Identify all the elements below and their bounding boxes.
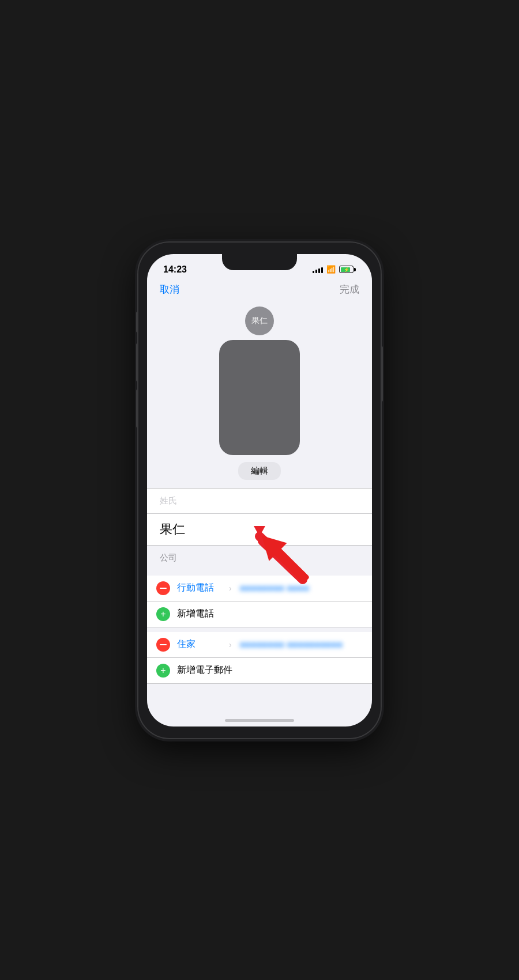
home-indicator [225,719,294,722]
status-time: 14:23 [163,264,187,275]
status-icons: 📶 ⚡ [313,265,356,274]
add-email-label: 新增電子郵件 [177,664,232,676]
contact-photo-placeholder [219,340,300,455]
power-button [381,346,383,402]
avatar-text: 果仁 [251,316,268,326]
mute-button [136,312,138,332]
company-field[interactable]: 公司 [147,546,372,571]
chevron-right-icon-2: › [229,640,232,649]
last-name-label: 姓氏 [160,495,177,506]
cancel-button[interactable]: 取消 [160,283,179,296]
home-label: 住家 [177,638,229,650]
signal-bars-icon [313,266,323,273]
first-name-field[interactable]: 果仁 [147,514,372,546]
remove-home-button[interactable] [156,638,170,652]
add-phone-button[interactable] [156,607,170,621]
remove-phone-button[interactable] [156,581,170,595]
contact-photo-section: 果仁 編輯 [147,301,372,488]
add-phone-row[interactable]: 新增電話 [147,601,372,627]
mobile-phone-row[interactable]: 行動電話 › ●●●●●●●● ●●●● [147,576,372,601]
add-phone-label: 新增電話 [177,608,214,620]
battery-body: ⚡ [339,266,353,273]
section-gap-2 [147,627,372,632]
done-button[interactable]: 完成 [340,283,359,296]
company-label: 公司 [160,553,177,563]
mobile-phone-label: 行動電話 [177,582,229,594]
edit-photo-button[interactable]: 編輯 [238,462,281,480]
add-email-button[interactable] [156,664,170,678]
home-section: 住家 › ●●●●●●●● ●●●●●●●●●● 新增電子郵件 [147,632,372,684]
signal-bar-4 [321,267,323,273]
volume-down-button [136,389,138,427]
chevron-right-icon: › [229,584,232,593]
wifi-icon: 📶 [326,265,336,274]
mobile-phone-value: ●●●●●●●● ●●●● [240,583,372,593]
signal-bar-1 [313,271,314,273]
home-value: ●●●●●●●● ●●●●●●●●●● [240,640,372,650]
avatar: 果仁 [245,307,274,335]
signal-bar-2 [315,270,317,273]
first-name-value: 果仁 [160,521,185,538]
form-section: 姓氏 果仁 [147,489,372,546]
phone-screen: 14:23 📶 ⚡ 取消 [147,254,372,727]
contact-info-section: 行動電話 › ●●●●●●●● ●●●● 新增電話 [147,576,372,627]
phone-frame: 14:23 📶 ⚡ 取消 [138,243,381,738]
notch [222,254,297,270]
section-gap [147,571,372,576]
add-email-row[interactable]: 新增電子郵件 [147,658,372,684]
navigation-bar: 取消 完成 [147,281,372,301]
battery-bolt-icon: ⚡ [344,267,349,272]
volume-up-button [136,343,138,381]
battery-icon: ⚡ [339,266,356,273]
signal-bar-3 [318,268,320,273]
battery-tip [354,268,356,271]
home-email-row[interactable]: 住家 › ●●●●●●●● ●●●●●●●●●● [147,632,372,658]
last-name-field[interactable]: 姓氏 [147,489,372,514]
